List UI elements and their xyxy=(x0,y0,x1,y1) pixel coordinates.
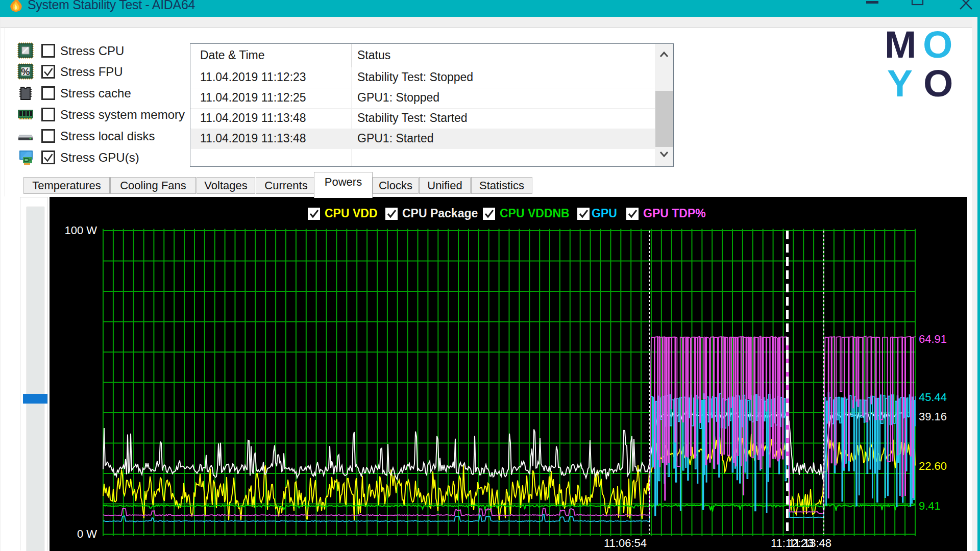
svg-text:11:13:48: 11:13:48 xyxy=(789,537,831,549)
svg-text:22.60: 22.60 xyxy=(919,460,947,472)
svg-text:GPU: GPU xyxy=(592,207,617,220)
svg-text:%: % xyxy=(21,66,30,77)
svg-text:11:06:54: 11:06:54 xyxy=(604,537,647,549)
svg-text:CPU Package: CPU Package xyxy=(402,207,478,220)
svg-text:0 W: 0 W xyxy=(77,528,97,540)
svg-text:39.16: 39.16 xyxy=(919,410,947,423)
svg-text:9.41: 9.41 xyxy=(919,499,941,512)
svg-text:GPU TDP%: GPU TDP% xyxy=(643,207,706,220)
svg-text:45.44: 45.44 xyxy=(919,391,947,404)
svg-text:CPU VDD: CPU VDD xyxy=(325,207,378,220)
svg-text:CPU VDDNB: CPU VDDNB xyxy=(500,207,570,220)
svg-text:100 W: 100 W xyxy=(64,224,97,237)
svg-text:64.91: 64.91 xyxy=(919,333,947,345)
